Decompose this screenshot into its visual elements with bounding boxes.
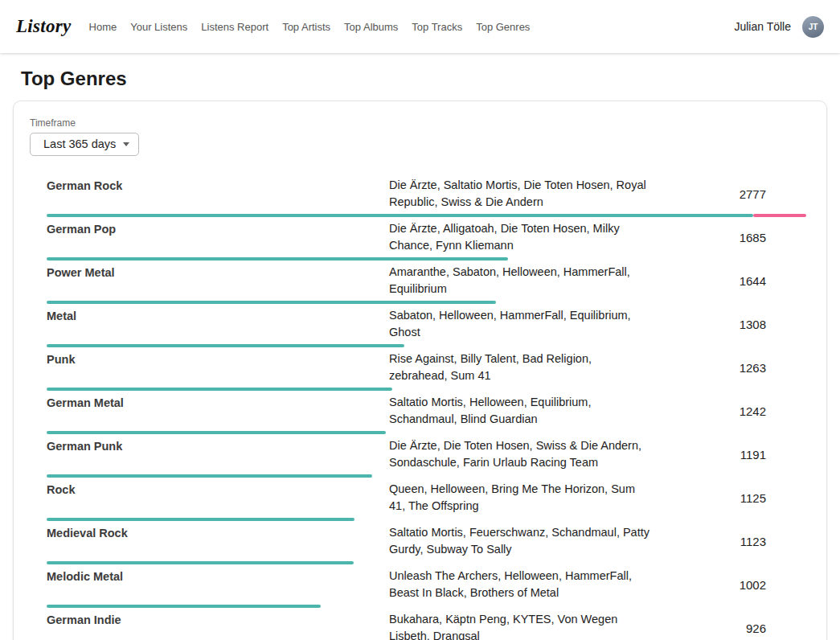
genre-artists: Amaranthe, Sabaton, Helloween, HammerFal… bbox=[389, 264, 653, 297]
genre-name: German Metal bbox=[47, 394, 389, 412]
genre-artists: Sabaton, Helloween, HammerFall, Equilibr… bbox=[389, 307, 653, 341]
genre-row: German Punk Die Ärzte, Die Toten Hosen, … bbox=[47, 437, 806, 478]
app-bar: Listory HomeYour ListensListens ReportTo… bbox=[0, 0, 840, 53]
nav-link-top-tracks[interactable]: Top Tracks bbox=[412, 21, 462, 33]
genre-name: Power Metal bbox=[47, 264, 389, 281]
genre-bar-fill bbox=[47, 518, 354, 521]
genre-bar-tail bbox=[753, 214, 806, 217]
genre-bar bbox=[47, 561, 806, 564]
genre-bar bbox=[47, 214, 806, 217]
genre-bar-fill bbox=[47, 214, 753, 217]
genre-bar bbox=[47, 257, 806, 261]
genre-bar-fill bbox=[47, 431, 386, 434]
nav-link-top-genres[interactable]: Top Genres bbox=[476, 21, 530, 33]
nav-link-listens-report[interactable]: Listens Report bbox=[201, 21, 268, 33]
genre-name: Metal bbox=[47, 307, 389, 325]
genre-row: Melodic Metal Unleash The Archers, Hello… bbox=[47, 568, 806, 608]
genre-name: Punk bbox=[47, 351, 389, 368]
user-area: Julian Tölle JT bbox=[734, 16, 824, 38]
genre-row: German Indie Bukahara, Käptn Peng, KYTES… bbox=[47, 611, 806, 640]
genre-bar-fill bbox=[47, 344, 404, 347]
genre-row: German Pop Die Ärzte, Alligatoah, Die To… bbox=[47, 220, 806, 261]
genre-bar bbox=[47, 344, 806, 347]
genre-artists: Bukahara, Käptn Peng, KYTES, Von Wegen L… bbox=[389, 611, 653, 640]
genre-name: German Rock bbox=[47, 177, 389, 195]
genre-artists: Die Ärzte, Alligatoah, Die Toten Hosen, … bbox=[389, 220, 653, 254]
genre-artists: Queen, Helloween, Bring Me The Horizon, … bbox=[389, 481, 653, 515]
nav-link-home[interactable]: Home bbox=[89, 21, 117, 33]
user-name: Julian Tölle bbox=[734, 20, 791, 33]
genre-bar bbox=[47, 605, 806, 608]
genre-bar-fill bbox=[47, 388, 392, 391]
genre-count: 1263 bbox=[653, 361, 806, 375]
genre-name: German Pop bbox=[47, 220, 389, 238]
genre-row: Power Metal Amaranthe, Sabaton, Hellowee… bbox=[47, 264, 806, 304]
genre-row: Rock Queen, Helloween, Bring Me The Hori… bbox=[47, 481, 806, 521]
genre-bar bbox=[47, 518, 806, 521]
genre-artists: Die Ärzte, Saltatio Mortis, Die Toten Ho… bbox=[389, 177, 653, 211]
genre-bar-fill bbox=[47, 474, 372, 478]
genre-count: 1242 bbox=[653, 404, 806, 418]
genre-count: 1123 bbox=[653, 535, 806, 548]
genre-bar bbox=[47, 388, 806, 391]
genre-row: German Metal Saltatio Mortis, Helloween,… bbox=[47, 394, 806, 434]
genre-count: 2777 bbox=[653, 187, 806, 201]
genre-name: Melodic Metal bbox=[47, 568, 389, 585]
genre-count: 1002 bbox=[653, 578, 806, 592]
genre-bar bbox=[47, 474, 806, 478]
genre-count: 1308 bbox=[653, 318, 806, 331]
genre-bar-fill bbox=[47, 561, 354, 564]
genre-count: 1644 bbox=[653, 274, 806, 288]
genre-bar-fill bbox=[47, 605, 321, 608]
main-nav: HomeYour ListensListens ReportTop Artist… bbox=[89, 21, 531, 33]
genre-name: German Punk bbox=[47, 437, 389, 455]
page-content: Top Genres Timeframe Last 365 days Germa… bbox=[0, 68, 840, 640]
genre-artists: Unleash The Archers, Helloween, HammerFa… bbox=[389, 568, 653, 601]
genre-bar bbox=[47, 301, 806, 304]
chevron-down-icon bbox=[123, 142, 129, 146]
timeframe-select[interactable]: Last 365 days bbox=[30, 133, 139, 156]
nav-link-top-artists[interactable]: Top Artists bbox=[282, 21, 330, 33]
genre-row: German Rock Die Ärzte, Saltatio Mortis, … bbox=[47, 177, 806, 217]
timeframe-value: Last 365 days bbox=[43, 137, 116, 150]
genre-count: 1685 bbox=[653, 231, 806, 244]
timeframe-label: Timeframe bbox=[30, 117, 810, 129]
top-genres-card: Timeframe Last 365 days German Rock Die … bbox=[13, 101, 827, 640]
user-avatar[interactable]: JT bbox=[802, 16, 824, 38]
genre-bar-fill bbox=[47, 257, 508, 261]
genre-artists: Die Ärzte, Die Toten Hosen, Swiss & Die … bbox=[389, 437, 653, 471]
genre-artists: Saltatio Mortis, Helloween, Equilibrium,… bbox=[389, 394, 653, 428]
genre-row: Punk Rise Against, Billy Talent, Bad Rel… bbox=[47, 351, 806, 391]
app-logo[interactable]: Listory bbox=[16, 16, 72, 37]
genre-artists: Rise Against, Billy Talent, Bad Religion… bbox=[389, 351, 653, 384]
genre-row: Medieval Rock Saltatio Mortis, Feuerschw… bbox=[47, 524, 806, 564]
genre-bar bbox=[47, 431, 806, 434]
genre-count: 1125 bbox=[653, 491, 806, 505]
genre-count: 1191 bbox=[653, 448, 806, 462]
genre-count: 926 bbox=[653, 622, 806, 635]
genre-name: Rock bbox=[47, 481, 389, 498]
genre-row: Metal Sabaton, Helloween, HammerFall, Eq… bbox=[47, 307, 806, 347]
genre-bar-fill bbox=[47, 301, 496, 304]
genre-list: German Rock Die Ärzte, Saltatio Mortis, … bbox=[47, 177, 806, 640]
nav-link-your-listens[interactable]: Your Listens bbox=[130, 21, 187, 33]
genre-name: German Indie bbox=[47, 611, 389, 629]
nav-link-top-albums[interactable]: Top Albums bbox=[344, 21, 398, 33]
page-title: Top Genres bbox=[21, 68, 819, 90]
genre-name: Medieval Rock bbox=[47, 524, 389, 542]
genre-artists: Saltatio Mortis, Feuerschwanz, Schandmau… bbox=[389, 524, 653, 558]
timeframe-filter: Timeframe Last 365 days bbox=[30, 117, 810, 156]
